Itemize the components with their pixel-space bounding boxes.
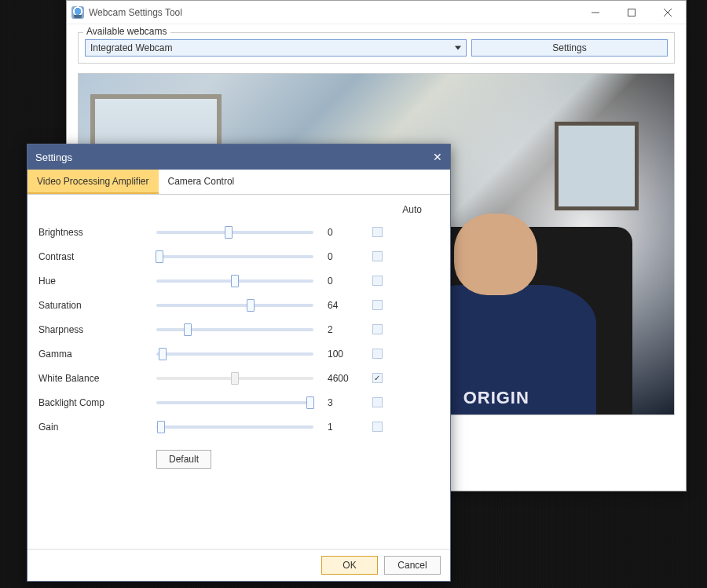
close-button[interactable] xyxy=(650,1,686,24)
slider-value: 3 xyxy=(313,397,361,408)
slider-row: Sharpness2 xyxy=(38,317,431,341)
tab-bar: Video Processing Amplifier Camera Contro… xyxy=(27,170,450,195)
auto-checkbox[interactable] xyxy=(372,276,383,286)
slider-row: Backlight Comp3 xyxy=(38,390,431,415)
ok-button[interactable]: OK xyxy=(321,556,378,575)
webcam-select[interactable]: Integrated Webcam xyxy=(85,39,467,57)
slider-row: Gamma100 xyxy=(38,341,431,366)
minimize-icon xyxy=(592,9,599,16)
minimize-button[interactable] xyxy=(577,1,614,24)
webcam-select-value: Integrated Webcam xyxy=(90,42,173,53)
slider-thumb[interactable] xyxy=(225,226,233,239)
slider-value: 100 xyxy=(313,349,361,360)
tab-camera-control[interactable]: Camera Control xyxy=(159,170,244,194)
svg-rect-1 xyxy=(628,9,636,16)
auto-column-header: Auto xyxy=(38,204,431,215)
auto-checkbox[interactable] xyxy=(372,324,383,334)
slider-value: 2 xyxy=(313,324,361,335)
tab-video-proc-amp[interactable]: Video Processing Amplifier xyxy=(27,170,159,194)
chevron-down-icon xyxy=(455,46,461,50)
slider-track xyxy=(156,371,313,386)
auto-checkbox[interactable] xyxy=(372,349,383,359)
slider-label: Sharpness xyxy=(38,324,156,335)
slider-row: Brightness0 xyxy=(38,220,431,244)
auto-checkbox[interactable]: ✓ xyxy=(372,373,383,383)
window-title: Webcam Settings Tool xyxy=(89,7,182,18)
slider-thumb[interactable] xyxy=(157,421,165,433)
slider-row: White Balance4600✓ xyxy=(38,366,431,390)
slider-value: 0 xyxy=(313,227,361,238)
slider-label: Saturation xyxy=(38,300,156,311)
slider-track[interactable] xyxy=(156,395,313,411)
settings-button[interactable]: Settings xyxy=(471,39,668,57)
close-icon xyxy=(664,9,672,16)
slider-label: Backlight Comp xyxy=(38,397,156,408)
slider-value: 4600 xyxy=(313,373,361,384)
app-icon xyxy=(71,6,84,19)
slider-track[interactable] xyxy=(156,225,313,240)
maximize-button[interactable] xyxy=(614,1,650,24)
dialog-body: Auto Brightness0Contrast0Hue0Saturation6… xyxy=(27,195,450,549)
slider-track[interactable] xyxy=(156,346,313,362)
slider-track[interactable] xyxy=(156,419,313,435)
slider-value: 0 xyxy=(313,251,361,262)
slider-label: Gamma xyxy=(38,349,156,360)
slider-track[interactable] xyxy=(156,273,313,289)
dialog-title: Settings xyxy=(35,152,72,163)
slider-thumb[interactable] xyxy=(247,299,255,312)
titlebar: Webcam Settings Tool xyxy=(67,1,686,24)
window-controls xyxy=(577,1,686,24)
slider-label: Hue xyxy=(38,276,156,287)
slider-row: Hue0 xyxy=(38,268,431,293)
slider-thumb xyxy=(231,372,239,385)
slider-thumb[interactable] xyxy=(159,348,167,360)
slider-label: White Balance xyxy=(38,373,156,384)
slider-row: Contrast0 xyxy=(38,244,431,268)
slider-thumb[interactable] xyxy=(231,275,239,287)
settings-dialog: Settings ✕ Video Processing Amplifier Ca… xyxy=(27,144,451,582)
slider-thumb[interactable] xyxy=(306,396,314,409)
dialog-footer: OK Cancel xyxy=(27,549,450,581)
maximize-icon xyxy=(628,9,636,16)
auto-checkbox[interactable] xyxy=(372,422,383,432)
slider-label: Brightness xyxy=(38,227,156,238)
slider-label: Gain xyxy=(38,422,156,433)
slider-track[interactable] xyxy=(156,249,313,265)
auto-checkbox[interactable] xyxy=(372,397,383,407)
available-webcams-group: Available webcams Integrated Webcam Sett… xyxy=(78,32,675,64)
slider-row: Saturation64 xyxy=(38,293,431,317)
slider-value: 1 xyxy=(313,422,361,433)
slider-track[interactable] xyxy=(156,298,313,313)
slider-thumb[interactable] xyxy=(156,250,163,263)
fieldset-legend: Available webcams xyxy=(83,26,170,37)
default-button[interactable]: Default xyxy=(156,450,211,469)
cancel-button[interactable]: Cancel xyxy=(384,556,441,575)
slider-value: 64 xyxy=(313,300,361,311)
slider-label: Contrast xyxy=(38,251,156,262)
dialog-close-button[interactable]: ✕ xyxy=(433,151,442,163)
auto-checkbox[interactable] xyxy=(372,227,383,237)
auto-checkbox[interactable] xyxy=(372,300,383,310)
slider-row: Gain1 xyxy=(38,415,431,439)
slider-value: 0 xyxy=(313,276,361,287)
auto-checkbox[interactable] xyxy=(372,251,383,261)
dialog-titlebar: Settings ✕ xyxy=(27,144,450,170)
slider-track[interactable] xyxy=(156,322,313,338)
slider-thumb[interactable] xyxy=(184,323,192,336)
